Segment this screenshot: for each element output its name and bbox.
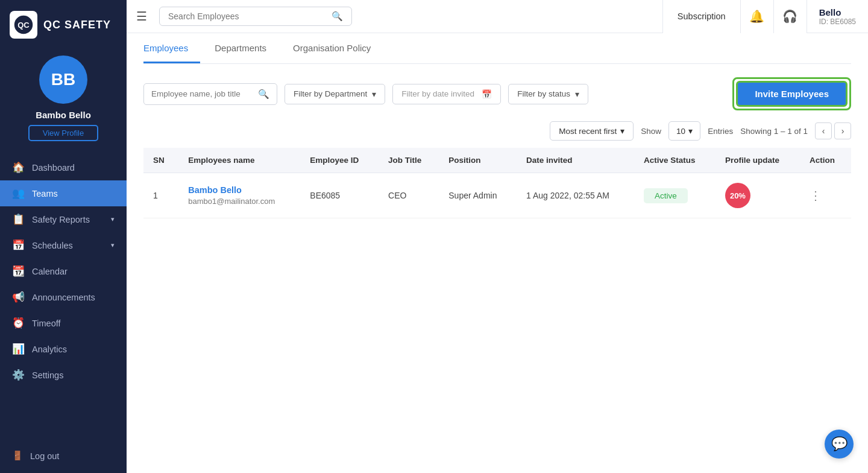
row-employee-id: BE6085 <box>300 173 379 218</box>
name-filter: 🔍 <box>143 83 277 105</box>
settings-label: Settings <box>32 370 63 380</box>
name-filter-input[interactable] <box>151 89 253 98</box>
announcements-icon: 📢 <box>12 291 25 303</box>
tab-organisation-policy[interactable]: Organisation Policy <box>293 33 383 63</box>
svg-text:QC: QC <box>17 21 30 30</box>
profile-update-circle: 20% <box>725 183 750 208</box>
search-box: 🔍 <box>159 7 352 26</box>
menu-icon[interactable]: ☰ <box>127 9 157 24</box>
timeoff-label: Timeoff <box>32 319 61 328</box>
calendar-icon: 📅 <box>482 89 492 99</box>
department-filter-label: Filter by Department <box>294 89 367 98</box>
sidebar-nav: 🏠 Dashboard 👥 Teams 📋 Safety Reports ▾ 📅… <box>0 151 127 443</box>
chat-icon: 💬 <box>831 436 848 452</box>
view-profile-button[interactable]: View Profile <box>28 125 98 141</box>
tabs-bar: EmployeesDepartmentsOrganisation Policy <box>143 33 851 64</box>
col-employee-id: Employee ID <box>300 148 379 173</box>
schedules-icon: 📅 <box>12 239 25 252</box>
tab-employees[interactable]: Employees <box>143 33 200 63</box>
profile-name: Bambo Bello <box>36 110 91 120</box>
action-menu-button[interactable]: ⋮ <box>810 189 822 202</box>
sidebar-item-teams[interactable]: 👥 Teams <box>0 180 127 206</box>
show-value: 10 <box>676 127 685 136</box>
row-name-cell: Bambo Bello bambo1@mailinator.com <box>178 173 300 218</box>
filters-row: 🔍 Filter by Department ▾ Filter by date … <box>143 77 851 110</box>
sort-label: Most recent first <box>559 127 617 136</box>
department-chevron-icon: ▾ <box>372 89 376 99</box>
sidebar-logo: QC QC SAFETY <box>0 0 127 47</box>
content-area: EmployeesDepartmentsOrganisation Policy … <box>127 33 868 473</box>
table-row: 1 Bambo Bello bambo1@mailinator.com BE60… <box>143 173 851 218</box>
chat-bubble-button[interactable]: 💬 <box>825 430 854 459</box>
employees-table: SNEmployees nameEmployee IDJob TitlePosi… <box>143 148 851 218</box>
row-date-invited: 1 Aug 2022, 02:55 AM <box>517 173 634 218</box>
show-chevron-icon: ▾ <box>688 126 693 136</box>
row-sn: 1 <box>143 173 178 218</box>
date-filter-label: Filter by date invited <box>401 89 474 98</box>
date-filter[interactable]: Filter by date invited 📅 <box>392 84 501 104</box>
sidebar-item-schedules[interactable]: 📅 Schedules ▾ <box>0 232 127 258</box>
col-date-invited: Date invited <box>517 148 634 173</box>
sidebar-item-dashboard[interactable]: 🏠 Dashboard <box>0 154 127 180</box>
row-position: Super Admin <box>439 173 517 218</box>
calendar-icon: 📆 <box>12 265 25 278</box>
col-employees-name: Employees name <box>178 148 300 173</box>
dashboard-icon: 🏠 <box>12 161 25 174</box>
sidebar-item-calendar[interactable]: 📆 Calendar <box>0 258 127 284</box>
settings-icon: ⚙️ <box>12 369 25 381</box>
col-sn: SN <box>143 148 178 173</box>
topbar: ☰ 🔍 Subscription 🔔 🎧 Bello ID: BE6085 <box>127 0 868 33</box>
status-chevron-icon: ▾ <box>575 89 579 99</box>
schedules-chevron-icon: ▾ <box>111 241 115 249</box>
showing-text: Showing 1 – 1 of 1 <box>740 127 808 136</box>
safety-reports-chevron-icon: ▾ <box>111 215 115 223</box>
sidebar-item-announcements[interactable]: 📢 Announcements <box>0 284 127 310</box>
status-filter[interactable]: Filter by status ▾ <box>508 84 588 104</box>
user-id: ID: BE6085 <box>819 17 856 26</box>
status-filter-label: Filter by status <box>517 89 570 98</box>
safety-reports-icon: 📋 <box>12 213 25 226</box>
headset-button[interactable]: 🎧 <box>773 0 807 33</box>
row-job-title: CEO <box>379 173 439 218</box>
col-action: Action <box>800 148 851 173</box>
search-icon: 🔍 <box>332 11 343 22</box>
timeoff-icon: ⏰ <box>12 317 25 329</box>
logout-icon: 🚪 <box>12 451 23 461</box>
tab-departments[interactable]: Departments <box>215 33 278 63</box>
user-name: Bello <box>819 7 856 17</box>
announcements-label: Announcements <box>32 293 95 302</box>
main-content: ☰ 🔍 Subscription 🔔 🎧 Bello ID: BE6085 Em… <box>127 0 868 473</box>
next-page-button[interactable]: › <box>834 122 851 139</box>
employee-name-link[interactable]: Bambo Bello <box>188 185 291 195</box>
teams-icon: 👥 <box>12 187 25 200</box>
department-filter[interactable]: Filter by Department ▾ <box>285 84 385 104</box>
logout-button[interactable]: 🚪 Log out <box>12 451 115 461</box>
sidebar-item-safety-reports[interactable]: 📋 Safety Reports ▾ <box>0 206 127 232</box>
col-profile-update: Profile update <box>715 148 800 173</box>
sidebar-item-analytics[interactable]: 📊 Analytics <box>0 336 127 362</box>
col-active-status: Active Status <box>634 148 715 173</box>
safety-reports-label: Safety Reports <box>32 215 90 224</box>
teams-label: Teams <box>32 189 58 198</box>
logo-text: QC SAFETY <box>43 19 111 31</box>
sidebar-item-settings[interactable]: ⚙️ Settings <box>0 362 127 388</box>
row-profile-update: 20% <box>715 173 800 218</box>
show-count-dropdown[interactable]: 10 ▾ <box>668 121 700 141</box>
row-action: ⋮ <box>800 173 851 218</box>
table-body: 1 Bambo Bello bambo1@mailinator.com BE60… <box>143 173 851 218</box>
sidebar-profile: BB Bambo Bello View Profile <box>0 47 127 151</box>
subscription-button[interactable]: Subscription <box>662 0 740 33</box>
employee-email: bambo1@mailinator.com <box>188 197 275 206</box>
user-info: Bello ID: BE6085 <box>807 0 868 33</box>
name-search-icon: 🔍 <box>258 89 269 100</box>
search-input[interactable] <box>168 11 332 21</box>
calendar-label: Calendar <box>32 267 68 276</box>
prev-page-button[interactable]: ‹ <box>815 122 832 139</box>
sidebar-item-timeoff[interactable]: ⏰ Timeoff <box>0 310 127 336</box>
invite-employees-button[interactable]: Invite Employees <box>736 81 848 107</box>
sort-dropdown[interactable]: Most recent first ▾ <box>550 121 634 141</box>
analytics-icon: 📊 <box>12 343 25 355</box>
notifications-button[interactable]: 🔔 <box>740 0 773 33</box>
table-header: SNEmployees nameEmployee IDJob TitlePosi… <box>143 148 851 173</box>
invite-wrapper: Invite Employees <box>732 77 851 110</box>
